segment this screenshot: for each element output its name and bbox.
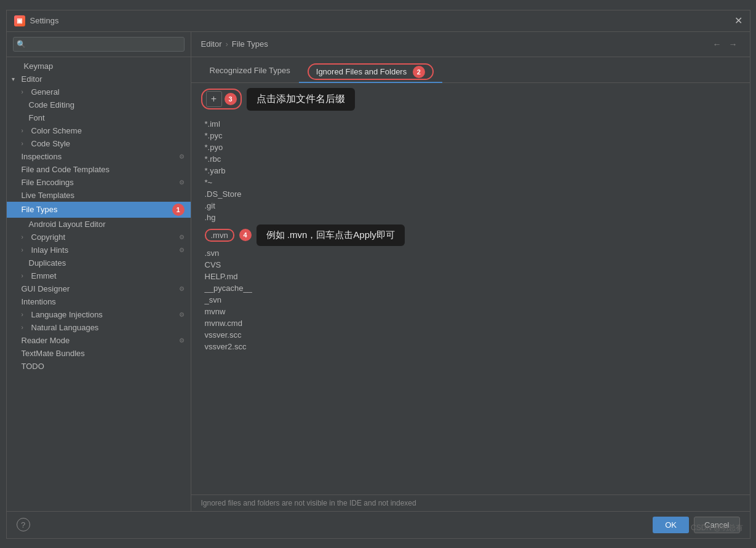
breadcrumb: Editor › File Types [201, 39, 268, 49]
sidebar-item-general[interactable]: › General [7, 85, 191, 98]
status-bar: Ignored files and folders are not visibl… [191, 494, 750, 511]
search-box: 🔍 [7, 32, 191, 57]
sidebar-item-color-scheme[interactable]: › Color Scheme [7, 124, 191, 137]
sidebar-label-editor: Editor [22, 74, 185, 84]
sidebar-item-code-style[interactable]: › Code Style [7, 137, 191, 150]
title-bar: ▣ Settings ✕ [7, 10, 750, 32]
settings-icon-gui-designer: ⚙ [179, 285, 185, 292]
close-button[interactable]: ✕ [734, 16, 742, 26]
nav-back-button[interactable]: ← [710, 38, 724, 50]
search-input[interactable] [13, 37, 185, 52]
sidebar-item-gui-designer[interactable]: GUI Designer ⚙ [7, 282, 191, 295]
list-item[interactable]: mvnw.cmd [201, 317, 740, 329]
sidebar-label-keymap: Keymap [24, 62, 185, 71]
list-item[interactable]: *.pyo [201, 141, 740, 153]
settings-icon-inlay-hints: ⚙ [179, 247, 185, 253]
sidebar-label-live-templates: Live Templates [22, 191, 185, 200]
tab-ignored[interactable]: Ignored Files and Folders 2 [299, 62, 442, 83]
settings-icon-language-injections: ⚙ [179, 311, 185, 318]
help-button[interactable]: ? [17, 518, 30, 531]
list-item[interactable]: *.iml [201, 118, 740, 130]
sidebar-item-file-types[interactable]: File Types 1 [7, 202, 191, 218]
list-item[interactable]: .DS_Store [201, 188, 740, 200]
ok-button[interactable]: OK [653, 517, 689, 533]
step-badge-1: 1 [172, 204, 185, 216]
expand-arrow-inlay-hints: › [22, 247, 29, 253]
list-item[interactable]: .svn [201, 247, 740, 259]
sidebar-item-file-encodings[interactable]: File Encodings ⚙ [7, 176, 191, 189]
breadcrumb-separator: › [225, 39, 228, 49]
sidebar-item-todo[interactable]: TODO [7, 360, 191, 373]
sidebar-label-font: Font [29, 113, 185, 122]
sidebar-item-inlay-hints[interactable]: › Inlay Hints ⚙ [7, 244, 191, 256]
list-item[interactable]: vssver.scc [201, 329, 740, 341]
sidebar-item-language-injections[interactable]: › Language Injections ⚙ [7, 308, 191, 321]
sidebar-label-intentions: Intentions [22, 297, 185, 306]
breadcrumb-current: File Types [232, 39, 268, 49]
list-item[interactable]: __pycache__ [201, 282, 740, 294]
sidebar-item-intentions[interactable]: Intentions [7, 295, 191, 308]
expand-arrow-language-injections: › [22, 311, 29, 318]
sidebar-label-file-code-templates: File and Code Templates [22, 165, 185, 174]
panel-header: Editor › File Types ← → [191, 32, 750, 57]
sidebar-label-android-layout-editor: Android Layout Editor [29, 220, 185, 229]
list-item[interactable]: CVS [201, 259, 740, 271]
search-wrapper: 🔍 [13, 37, 185, 52]
list-item[interactable]: .hg [201, 212, 740, 223]
sidebar-item-copyright[interactable]: › Copyright ⚙ [7, 231, 191, 244]
sidebar-item-textmate-bundles[interactable]: TextMate Bundles [7, 347, 191, 360]
sidebar-label-code-editing: Code Editing [29, 100, 185, 109]
sidebar-label-file-types: File Types [22, 205, 170, 214]
settings-icon-file-encodings: ⚙ [179, 179, 185, 186]
sidebar-item-font[interactable]: Font [7, 111, 191, 124]
content-area: + 3 点击添加文件名后缀 *.iml *.pyc *.pyo *.rbc *.… [191, 83, 750, 511]
sidebar-item-file-code-templates[interactable]: File and Code Templates [7, 163, 191, 176]
sidebar-label-color-scheme: Color Scheme [31, 126, 185, 135]
sidebar-item-natural-languages[interactable]: › Natural Languages [7, 321, 191, 334]
sidebar-item-reader-mode[interactable]: Reader Mode ⚙ [7, 334, 191, 347]
list-item[interactable]: *.yarb [201, 165, 740, 177]
list-item-mvn[interactable]: .mvn 4 例如 .mvn，回车点击Apply即可 [201, 223, 740, 247]
sidebar-label-language-injections: Language Injections [31, 310, 177, 319]
list-item[interactable]: .git [201, 200, 740, 212]
sidebar-label-copyright: Copyright [31, 232, 177, 242]
list-item[interactable]: *.pyc [201, 130, 740, 141]
expand-arrow-general: › [22, 89, 29, 95]
settings-icon-copyright: ⚙ [179, 234, 185, 240]
settings-icon-inspections: ⚙ [179, 153, 185, 160]
list-item[interactable]: *~ [201, 177, 740, 188]
sidebar-item-keymap[interactable]: Keymap [7, 60, 191, 73]
mvn-highlight: .mvn [205, 229, 234, 242]
list-item[interactable]: mvnw [201, 306, 740, 317]
sidebar-item-live-templates[interactable]: Live Templates [7, 189, 191, 202]
sidebar-item-android-layout-editor[interactable]: Android Layout Editor [7, 218, 191, 231]
main-content: 🔍 Keymap ▾ Editor › General [7, 32, 750, 511]
list-item[interactable]: *.rbc [201, 153, 740, 165]
watermark: CSDN @明总有 [691, 523, 744, 533]
sidebar-label-inspections: Inspections [22, 152, 177, 161]
sidebar-item-inspections[interactable]: Inspections ⚙ [7, 150, 191, 163]
right-panel: Editor › File Types ← → Recognized File … [191, 32, 750, 511]
nav-arrows: ← → [710, 38, 740, 50]
sidebar-item-duplicates[interactable]: Duplicates [7, 256, 191, 269]
add-button[interactable]: + [206, 91, 222, 107]
tooltip-add: 点击添加文件名后缀 [247, 88, 355, 111]
list-item[interactable]: HELP.md [201, 271, 740, 282]
tabs-bar: Recognized File Types Ignored Files and … [191, 57, 750, 83]
expand-arrow-code-style: › [22, 140, 29, 147]
toolbar: + 3 点击添加文件名后缀 [191, 83, 750, 116]
sidebar-item-emmet[interactable]: › Emmet [7, 269, 191, 282]
tooltip-mvn: 例如 .mvn，回车点击Apply即可 [257, 224, 405, 246]
title-bar-left: ▣ Settings [14, 15, 59, 26]
list-item[interactable]: _svn [201, 294, 740, 306]
sidebar-item-code-editing[interactable]: Code Editing [7, 98, 191, 111]
sidebar-item-editor[interactable]: ▾ Editor [7, 73, 191, 85]
sidebar-label-gui-designer: GUI Designer [22, 284, 177, 293]
nav-forward-button[interactable]: → [726, 38, 740, 50]
breadcrumb-parent: Editor [201, 39, 222, 49]
list-item[interactable]: vssver2.scc [201, 341, 740, 352]
tab-recognized[interactable]: Recognized File Types [201, 62, 299, 83]
sidebar: 🔍 Keymap ▾ Editor › General [7, 32, 191, 511]
file-list: *.iml *.pyc *.pyo *.rbc *.yarb *~ .DS_St… [191, 116, 750, 494]
expand-arrow-color-scheme: › [22, 127, 29, 134]
